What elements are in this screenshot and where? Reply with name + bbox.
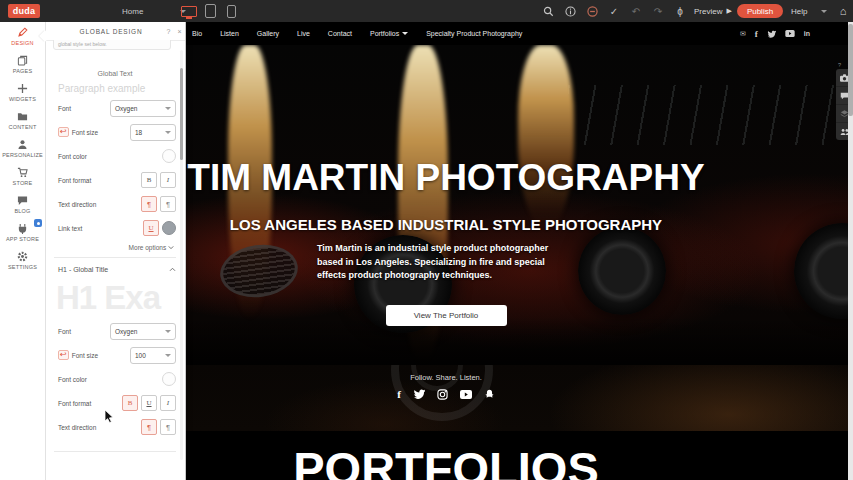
sidebar-item-store[interactable]: STORE [0,162,45,190]
h1-ltr-button[interactable]: ¶ [141,419,157,435]
h1-font-color-swatch[interactable] [162,372,176,386]
h1-font-color-label: Font color [58,376,87,383]
sidebar-item-blog[interactable]: BLOG [0,190,45,218]
reset-icon[interactable]: ↩ [58,127,69,137]
nav-item-live[interactable]: Live [297,30,310,37]
feedback-button[interactable] [582,0,602,22]
h1-italic-button[interactable]: I [160,395,176,411]
chevron-down-icon [165,354,171,357]
facebook-icon[interactable]: f [755,29,758,39]
hero-section[interactable]: TIM MARTIN PHOTOGRAPHY LOS ANGELES BASED… [186,45,848,387]
nav-item-specialty[interactable]: Specialty Product Photography [426,30,522,37]
italic-button[interactable]: I [160,172,176,188]
panel-help-button[interactable]: ? [163,28,174,35]
linkedin-icon[interactable]: in [804,30,810,37]
sidebar-item-personalize[interactable]: PERSONALIZE [0,134,45,162]
info-button[interactable] [560,0,580,22]
preview-label: Preview [694,7,722,16]
email-icon[interactable]: ✉ [740,30,746,38]
team-tool-button[interactable] [836,123,848,140]
text-direction-row: Text direction ¶ ¶ [58,192,176,216]
publish-button[interactable]: Publish [737,4,783,18]
sidebar-item-pages[interactable]: PAGES [0,50,45,78]
h1-bold-button[interactable]: B [122,395,138,411]
sidebar-label: SETTINGS [8,264,37,270]
sidebar-label: BLOG [14,208,30,214]
sidebar-item-settings[interactable]: SETTINGS [0,246,45,274]
sidebar-item-content[interactable]: CONTENT [0,106,45,134]
instagram-icon[interactable] [437,388,448,400]
nav-item-bio[interactable]: Bio [192,30,202,37]
nav-item-listen[interactable]: Listen [220,30,239,37]
snapchat-icon[interactable] [484,388,495,400]
twitter-icon[interactable] [413,388,425,400]
redo-icon: ↷ [654,6,662,17]
panel-scrollbar-thumb[interactable] [180,68,183,160]
font-size-select[interactable]: 18 [130,124,176,141]
duda-logo[interactable]: duda [8,4,40,18]
follow-heading[interactable]: Follow. Share. Listen. [186,373,706,382]
more-options-link[interactable]: More options [45,244,174,251]
h1-font-format-label: Font format [58,400,91,407]
view-portfolio-button[interactable]: View The Portfolio [386,305,507,326]
redo-button[interactable]: ↷ [648,0,668,22]
preview-button[interactable]: Preview ▶ [694,0,732,22]
mobile-view-button[interactable] [226,4,236,18]
sidebar-item-app-store[interactable]: APP STORE [0,218,45,246]
portfolios-section[interactable]: PORTFOLIOS [186,431,848,480]
site-canvas: Bio Listen Gallery Live Contact Portfoli… [186,22,848,480]
undo-button[interactable]: ↶ [626,0,646,22]
h1-font-value: Oxygen [115,328,137,335]
bold-button[interactable]: B [141,172,157,188]
hero-body-text[interactable]: Tim Martin is an industrial style produc… [317,242,575,283]
floating-toolbar: ? × [836,62,848,140]
nav-social-icons: ✉ f in [740,22,810,45]
tablet-view-button[interactable] [204,4,216,18]
panel-close-button[interactable]: × [174,28,185,35]
link-color-swatch[interactable] [162,221,176,235]
sidebar-item-widgets[interactable]: WIDGETS [0,78,45,106]
h1-font-color-row: Font color [58,367,176,391]
h1-underline-button[interactable]: U [141,395,157,411]
hero-title[interactable]: TIM MARTIN PHOTOGRAPHY [186,157,706,199]
link-underline-button[interactable]: U [143,220,159,236]
chevron-down-icon [821,10,827,13]
youtube-icon[interactable] [460,388,472,400]
panel-scrollbar[interactable] [180,50,183,460]
dev-mode-button[interactable]: ϕ [670,0,690,22]
rtl-button[interactable]: ¶ [160,196,176,212]
h1-rtl-button[interactable]: ¶ [160,419,176,435]
hero-subtitle[interactable]: LOS ANGELES BASED INDUSTRIAL STYLE PHOTO… [186,216,706,233]
nav-item-gallery[interactable]: Gallery [257,30,279,37]
font-label: Font [58,328,71,335]
ltr-button[interactable]: ¶ [141,196,157,212]
h1-section-header[interactable]: H1 - Global Title [58,266,176,273]
font-size-row: ↩ Font size 18 [58,120,176,144]
desktop-view-button[interactable] [180,4,198,18]
facebook-icon[interactable]: f [397,388,401,400]
page-scrollbar[interactable] [848,22,853,480]
chevron-down-icon [165,131,171,134]
layers-tool-button[interactable] [836,105,848,123]
h1-font-size-select[interactable]: 100 [130,347,176,364]
font-color-swatch[interactable] [162,149,176,163]
saved-check-button[interactable]: ✓ [604,0,624,22]
page-scrollbar-thumb[interactable] [848,24,853,116]
reset-icon[interactable]: ↩ [58,350,69,360]
home-icon: ⌂ [840,5,847,17]
screenshot-tool-button[interactable] [836,69,848,87]
dashboard-home-button[interactable]: ⌂ [836,0,850,22]
twitter-icon[interactable] [767,30,776,38]
youtube-icon[interactable] [785,30,795,37]
comments-tool-button[interactable] [836,87,848,105]
nav-item-contact[interactable]: Contact [328,30,352,37]
portfolios-title[interactable]: PORTFOLIOS [186,441,706,480]
font-select[interactable]: Oxygen [110,100,176,117]
help-dropdown[interactable]: Help [791,0,827,22]
h1-font-select[interactable]: Oxygen [110,323,176,340]
sidebar-item-design[interactable]: DESIGN [0,22,45,50]
nav-item-portfolios[interactable]: Portfolios [370,30,408,37]
follow-section[interactable]: Follow. Share. Listen. f [186,365,848,431]
float-help-button[interactable]: ? [838,62,841,68]
search-button[interactable] [538,0,558,22]
